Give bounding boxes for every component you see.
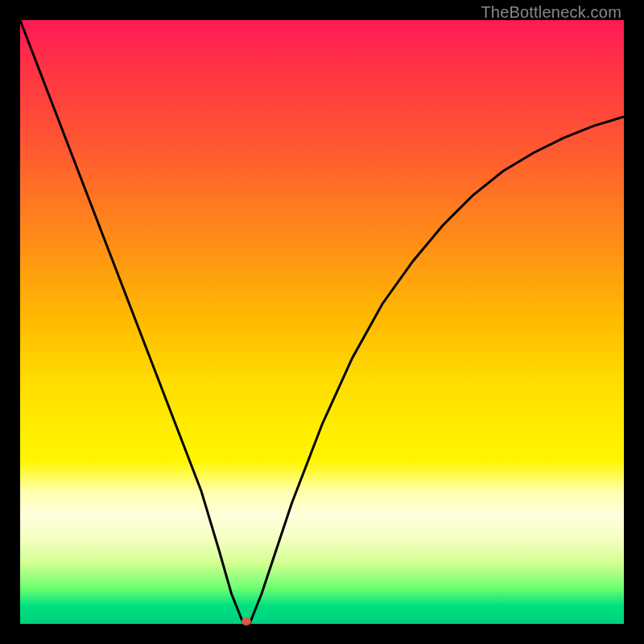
watermark-text: TheBottleneck.com <box>481 3 621 22</box>
bottleneck-curve <box>20 20 624 624</box>
minimum-marker <box>242 617 251 625</box>
